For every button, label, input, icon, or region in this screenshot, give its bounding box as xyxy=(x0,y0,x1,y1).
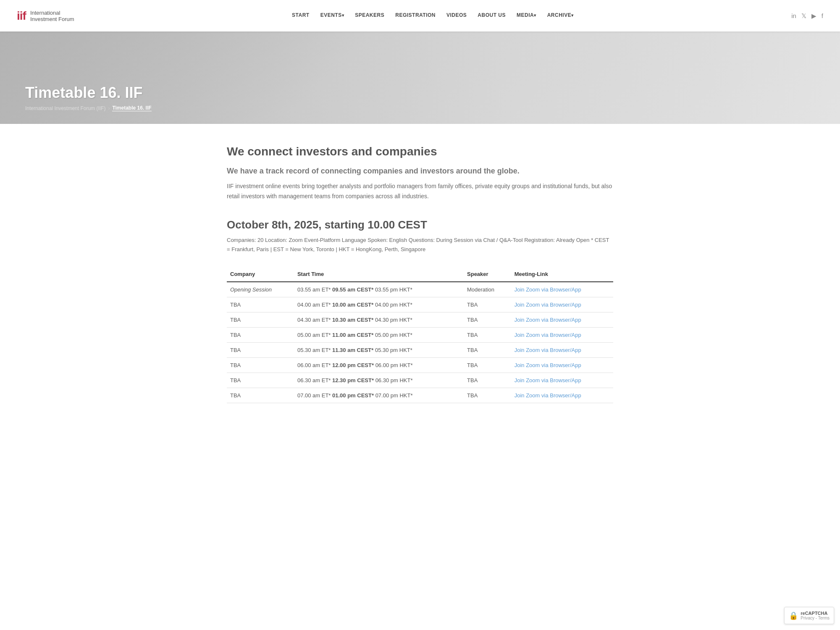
nav-speakers[interactable]: SPEAKERS xyxy=(351,0,388,32)
section-subtitle: We have a track record of connecting com… xyxy=(227,167,613,176)
nav-events[interactable]: EVENTS xyxy=(316,0,349,32)
linkedin-icon[interactable]: in xyxy=(791,12,796,19)
logo-line1: International xyxy=(30,10,74,16)
cell-start-time: 07.00 am ET* 01.00 pm CEST* 07.00 pm HKT… xyxy=(294,388,464,403)
hero-banner: Timetable 16. IIF International Investme… xyxy=(0,32,840,124)
cell-company: TBA xyxy=(227,297,294,312)
col-company: Company xyxy=(227,267,294,282)
breadcrumb-home[interactable]: International Investment Forum (IIF) xyxy=(25,105,105,111)
cell-meeting-link: Join Zoom via Browser/App xyxy=(511,312,613,327)
section-title: We connect investors and companies xyxy=(227,145,613,158)
cell-speaker: Moderation xyxy=(464,282,511,297)
twitter-icon[interactable]: 𝕏 xyxy=(801,12,806,20)
table-row: TBA04.00 am ET* 10.00 am CEST* 04.00 pm … xyxy=(227,297,613,312)
cell-start-time: 05.00 am ET* 11.00 am CEST* 05.00 pm HKT… xyxy=(294,327,464,342)
meeting-link-anchor[interactable]: Join Zoom via Browser/App xyxy=(514,286,581,293)
cell-speaker: TBA xyxy=(464,327,511,342)
cell-meeting-link: Join Zoom via Browser/App xyxy=(511,327,613,342)
social-links: in 𝕏 ▶ f xyxy=(791,12,823,20)
meeting-link-anchor[interactable]: Join Zoom via Browser/App xyxy=(514,392,581,399)
table-body: Opening Session03.55 am ET* 09.55 am CES… xyxy=(227,282,613,403)
main-content: We connect investors and companies We ha… xyxy=(210,124,630,428)
cell-company: TBA xyxy=(227,342,294,357)
event-title: October 8th, 2025, starting 10.00 CEST xyxy=(227,218,613,231)
cell-speaker: TBA xyxy=(464,342,511,357)
cell-speaker: TBA xyxy=(464,297,511,312)
cell-speaker: TBA xyxy=(464,357,511,373)
cell-start-time: 06.00 am ET* 12.00 pm CEST* 06.00 pm HKT… xyxy=(294,357,464,373)
nav-archive[interactable]: ARCHIVE xyxy=(543,0,578,32)
breadcrumb-current: Timetable 16. IIF xyxy=(112,105,151,111)
cell-meeting-link: Join Zoom via Browser/App xyxy=(511,297,613,312)
table-row: Opening Session03.55 am ET* 09.55 am CES… xyxy=(227,282,613,297)
meeting-link-anchor[interactable]: Join Zoom via Browser/App xyxy=(514,377,581,383)
cell-meeting-link: Join Zoom via Browser/App xyxy=(511,357,613,373)
cell-meeting-link: Join Zoom via Browser/App xyxy=(511,282,613,297)
table-row: TBA05.30 am ET* 11.30 am CEST* 05.30 pm … xyxy=(227,342,613,357)
event-meta: Companies: 20 Location: Zoom Event-Platf… xyxy=(227,236,613,254)
logo[interactable]: iif International Investment Forum xyxy=(17,10,74,22)
main-nav: START EVENTS SPEAKERS REGISTRATION VIDEO… xyxy=(288,0,578,32)
nav-media[interactable]: MEDIA xyxy=(512,0,541,32)
logo-letters: iif xyxy=(17,10,26,22)
cell-speaker: TBA xyxy=(464,388,511,403)
cell-speaker: TBA xyxy=(464,373,511,388)
youtube-icon[interactable]: ▶ xyxy=(811,12,816,20)
cell-company: TBA xyxy=(227,312,294,327)
cell-meeting-link: Join Zoom via Browser/App xyxy=(511,342,613,357)
breadcrumb: International Investment Forum (IIF) › T… xyxy=(25,105,152,111)
col-start-time: Start Time xyxy=(294,267,464,282)
meeting-link-anchor[interactable]: Join Zoom via Browser/App xyxy=(514,347,581,353)
table-header: Company Start Time Speaker Meeting-Link xyxy=(227,267,613,282)
meeting-link-anchor[interactable]: Join Zoom via Browser/App xyxy=(514,332,581,338)
nav-videos[interactable]: VIDEOS xyxy=(442,0,471,32)
cell-company: Opening Session xyxy=(227,282,294,297)
table-row: TBA04.30 am ET* 10.30 am CEST* 04.30 pm … xyxy=(227,312,613,327)
col-meeting-link: Meeting-Link xyxy=(511,267,613,282)
col-speaker: Speaker xyxy=(464,267,511,282)
schedule-table: Company Start Time Speaker Meeting-Link … xyxy=(227,267,613,403)
hero-title: Timetable 16. IIF xyxy=(25,84,152,102)
meeting-link-anchor[interactable]: Join Zoom via Browser/App xyxy=(514,302,581,308)
site-header: iif International Investment Forum START… xyxy=(0,0,840,32)
logo-line2: Investment Forum xyxy=(30,16,74,22)
cell-company: TBA xyxy=(227,373,294,388)
table-row: TBA06.30 am ET* 12.30 pm CEST* 06.30 pm … xyxy=(227,373,613,388)
meeting-link-anchor[interactable]: Join Zoom via Browser/App xyxy=(514,362,581,368)
cell-start-time: 04.00 am ET* 10.00 am CEST* 04.00 pm HKT… xyxy=(294,297,464,312)
nav-about-us[interactable]: ABOUT US xyxy=(473,0,510,32)
cell-start-time: 03.55 am ET* 09.55 am CEST* 03.55 pm HKT… xyxy=(294,282,464,297)
meeting-link-anchor[interactable]: Join Zoom via Browser/App xyxy=(514,317,581,323)
table-row: TBA05.00 am ET* 11.00 am CEST* 05.00 pm … xyxy=(227,327,613,342)
table-row: TBA07.00 am ET* 01.00 pm CEST* 07.00 pm … xyxy=(227,388,613,403)
table-row: TBA06.00 am ET* 12.00 pm CEST* 06.00 pm … xyxy=(227,357,613,373)
cell-meeting-link: Join Zoom via Browser/App xyxy=(511,373,613,388)
cell-company: TBA xyxy=(227,388,294,403)
cell-company: TBA xyxy=(227,357,294,373)
breadcrumb-separator: › xyxy=(108,105,110,111)
nav-registration[interactable]: REGISTRATION xyxy=(391,0,440,32)
cell-start-time: 06.30 am ET* 12.30 pm CEST* 06.30 pm HKT… xyxy=(294,373,464,388)
cell-meeting-link: Join Zoom via Browser/App xyxy=(511,388,613,403)
nav-start[interactable]: START xyxy=(288,0,314,32)
cell-start-time: 04.30 am ET* 10.30 am CEST* 04.30 pm HKT… xyxy=(294,312,464,327)
facebook-icon[interactable]: f xyxy=(822,12,823,19)
section-body: IIF investment online events bring toget… xyxy=(227,181,613,202)
cell-speaker: TBA xyxy=(464,312,511,327)
cell-company: TBA xyxy=(227,327,294,342)
cell-start-time: 05.30 am ET* 11.30 am CEST* 05.30 pm HKT… xyxy=(294,342,464,357)
